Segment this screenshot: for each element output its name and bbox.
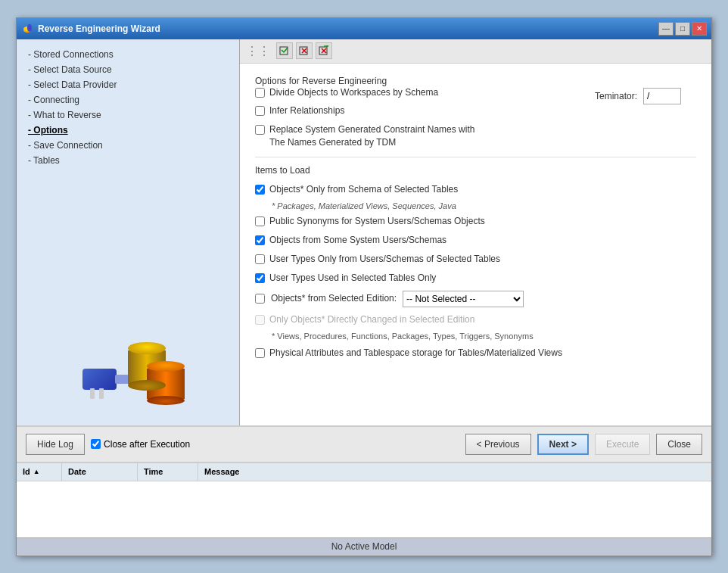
previous-button[interactable]: < Previous [465, 434, 531, 455]
itm-only-objects-changed-checkbox[interactable] [255, 315, 265, 325]
window-icon [21, 23, 33, 35]
opt-infer-label: Infer Relationships [269, 104, 344, 117]
next-button[interactable]: Next > [537, 434, 589, 455]
sidebar: - Stored Connections - Select Data Sourc… [17, 39, 240, 425]
close-button[interactable]: Close [656, 434, 702, 455]
itm-objects-edition-checkbox[interactable] [255, 294, 265, 304]
sidebar-item-connecting[interactable]: - Connecting [24, 92, 232, 107]
itm-objects-note: * Packages, Materialized Views, Sequence… [272, 201, 696, 210]
sidebar-item-select-data-provider[interactable]: - Select Data Provider [24, 77, 232, 92]
items-row-6: User Types Used in Selected Tables Only [255, 272, 696, 285]
log-time-header: Time [138, 463, 198, 481]
db-icon-group [82, 342, 173, 418]
opt-divide-checkbox[interactable] [255, 88, 265, 98]
itm-physical-attrs-checkbox[interactable] [255, 348, 265, 358]
terminator-row: Teminator: [595, 88, 681, 104]
sidebar-item-what-to-reverse[interactable]: - What to Reverse [24, 107, 232, 123]
opt-infer-checkbox[interactable] [255, 106, 265, 116]
minimize-button[interactable]: — [658, 22, 674, 36]
itm-objects-edition-label: Objects* from Selected Edition: [271, 292, 397, 305]
opt-replace-label: Replace System Generated Constraint Name… [269, 123, 474, 149]
close-after-label: Close after Execution [91, 439, 190, 450]
terminator-input[interactable] [643, 88, 681, 104]
items-row-10: Physical Attributes and Tablespace stora… [255, 347, 696, 360]
wizard-body: - Stored Connections - Select Data Sourc… [17, 39, 711, 425]
cylinder-orange-top [147, 361, 185, 372]
itm-physical-attrs-label: Physical Attributes and Tablespace stora… [269, 347, 562, 360]
sidebar-image [24, 327, 232, 425]
edition-dropdown[interactable]: -- Not Selected -- [403, 291, 524, 307]
option-row-3: Replace System Generated Constraint Name… [255, 123, 696, 149]
itm-public-synonyms-label: Public Synonyms for System Users/Schemas… [269, 215, 485, 228]
items-row-8: Only Objects* Directly Changed in Select… [255, 313, 696, 326]
items-to-load-title: Items to Load [255, 165, 696, 176]
main-window: Reverse Engineering Wizard — □ ✕ - Store… [16, 17, 712, 556]
section-title: Options for Reverse Engineering [255, 76, 387, 86]
itm-public-synonyms-checkbox[interactable] [255, 216, 265, 226]
cylinder-orange-bottom [147, 396, 185, 405]
sidebar-nav: - Stored Connections - Select Data Sourc… [24, 47, 232, 327]
log-body [17, 481, 711, 539]
execute-button[interactable]: Execute [595, 434, 650, 455]
plug-prong2 [99, 388, 104, 399]
title-bar: Reverse Engineering Wizard — □ ✕ [17, 18, 711, 39]
itm-user-types-used-checkbox[interactable] [255, 273, 265, 283]
content-area: ⋮⋮ [240, 39, 711, 425]
svg-point-2 [27, 24, 32, 32]
log-id-sort-icon: ▲ [33, 468, 40, 475]
sidebar-item-select-data-source[interactable]: - Select Data Source [24, 62, 232, 77]
itm-user-types-only-checkbox[interactable] [255, 254, 265, 264]
log-message-header: Message [198, 463, 711, 481]
toolbar-handle: ⋮⋮ [246, 44, 270, 58]
itm-objects-only-label: Objects* Only from Schema of Selected Ta… [269, 183, 458, 196]
items-row-3: Public Synonyms for System Users/Schemas… [255, 215, 696, 228]
plug-icon [82, 369, 117, 390]
items-row-1: Objects* Only from Schema of Selected Ta… [255, 183, 696, 196]
hide-log-button[interactable]: Hide Log [26, 434, 85, 455]
items-row-5: User Types Only from Users/Schemas of Se… [255, 253, 696, 266]
status-text: No Active Model [331, 541, 397, 552]
window-controls: — □ ✕ [658, 22, 707, 36]
svg-rect-3 [280, 47, 288, 54]
toolbar: ⋮⋮ [240, 39, 711, 64]
sidebar-item-save-connection[interactable]: - Save Connection [24, 138, 232, 153]
items-row-4: Objects from Some System Users/Schemas [255, 234, 696, 247]
log-date-header: Date [62, 463, 138, 481]
log-id-header: Id ▲ [17, 463, 62, 481]
cylinder-top [128, 342, 166, 354]
sidebar-item-stored-connections[interactable]: - Stored Connections [24, 47, 232, 62]
plug-body [82, 369, 117, 390]
maximize-button[interactable]: □ [675, 22, 690, 36]
itm-only-objects-changed-label: Only Objects* Directly Changed in Select… [269, 313, 474, 326]
option-row-2: Infer Relationships [255, 104, 696, 117]
itm-views-note: * Views, Procedures, Functions, Packages… [272, 332, 696, 341]
opt-replace-checkbox[interactable] [255, 125, 265, 135]
sidebar-item-tables[interactable]: - Tables [24, 153, 232, 168]
status-bar: No Active Model [17, 537, 711, 556]
toolbar-icon-1[interactable] [276, 42, 293, 59]
plug-prong1 [90, 388, 95, 399]
opt-divide-label: Divide Objects to Workspaces by Schema [269, 86, 438, 99]
cylinder-bottom [128, 380, 166, 391]
itm-user-types-only-label: User Types Only from Users/Schemas of Se… [269, 253, 500, 266]
svg-line-11 [326, 45, 328, 46]
log-header: Id ▲ Date Time Message [17, 463, 711, 481]
itm-objects-only-checkbox[interactable] [255, 185, 265, 195]
itm-objects-from-checkbox[interactable] [255, 235, 265, 245]
itm-objects-from-label: Objects from Some System Users/Schemas [269, 234, 446, 247]
plug-handle [115, 375, 129, 384]
footer-bar: Hide Log Close after Execution < Previou… [17, 425, 711, 462]
window-title: Reverse Engineering Wizard [38, 23, 658, 34]
terminator-label: Teminator: [595, 91, 637, 101]
itm-user-types-used-label: User Types Used in Selected Tables Only [269, 272, 436, 285]
close-after-checkbox[interactable] [91, 439, 101, 449]
toolbar-icon-2[interactable] [296, 42, 313, 59]
divider-1 [255, 157, 696, 157]
close-after-text: Close after Execution [104, 439, 190, 450]
main-panel: Options for Reverse Engineering Teminato… [240, 64, 711, 425]
toolbar-icon-3[interactable] [316, 42, 332, 59]
items-row-7: Objects* from Selected Edition: -- Not S… [255, 291, 696, 307]
log-panel: Id ▲ Date Time Message [17, 462, 711, 537]
sidebar-item-options[interactable]: - Options [24, 123, 232, 138]
close-window-button[interactable]: ✕ [692, 22, 707, 36]
